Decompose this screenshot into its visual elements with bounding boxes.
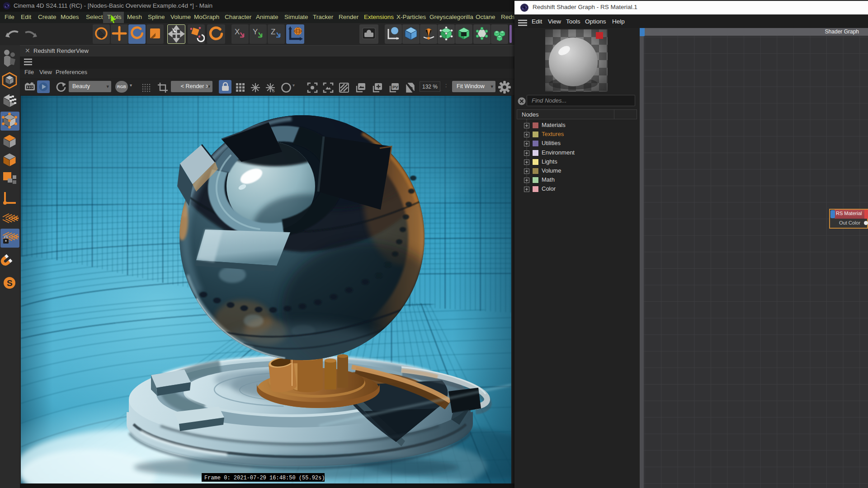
svg-text:S: S (7, 278, 13, 288)
svg-text:G: G (272, 89, 275, 93)
svg-text:X: X (235, 28, 240, 36)
svg-text:PV: PV (392, 84, 398, 89)
svg-text:Y: Y (253, 28, 258, 36)
svg-text:Frame 0: 2021-07-29 16:48:50 (: Frame 0: 2021-07-29 16:48:50 (55.92s) (204, 475, 325, 481)
svg-text:Z: Z (271, 28, 275, 36)
